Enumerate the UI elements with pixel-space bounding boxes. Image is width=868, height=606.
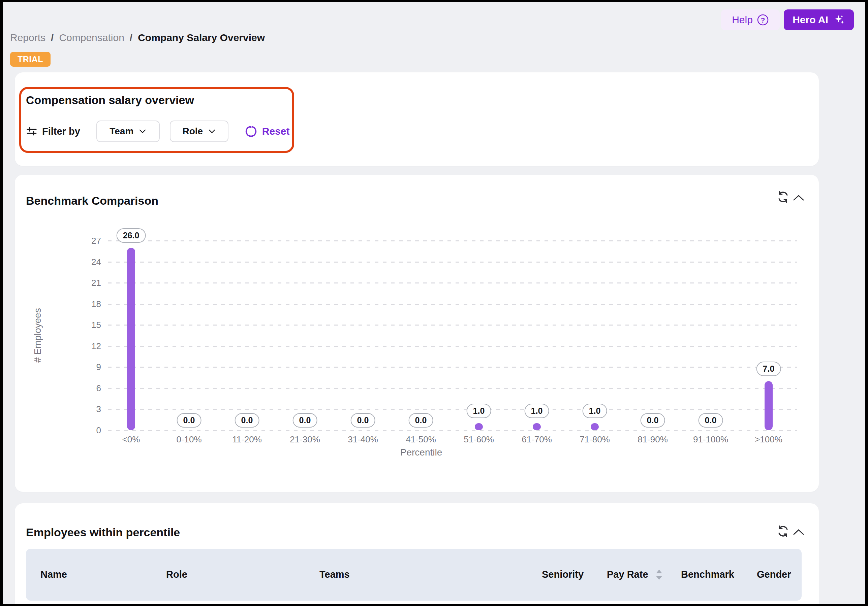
chart-gridline [108, 304, 797, 305]
hero-ai-button[interactable]: Hero AI [784, 9, 854, 30]
x-axis-tick-label: 21-30% [290, 434, 320, 445]
y-axis-tick-label: 18 [78, 298, 101, 309]
chevron-down-icon [139, 129, 146, 134]
reset-icon [245, 125, 257, 138]
y-axis-tick-label: 24 [78, 257, 101, 267]
filter-by: Filter by [26, 125, 80, 137]
hero-ai-button-label: Hero AI [792, 14, 828, 26]
x-axis-tick-label: <0% [122, 434, 140, 445]
team-filter-label: Team [110, 126, 133, 137]
employees-refresh-icon[interactable] [777, 524, 790, 538]
column-header-pay-rate[interactable]: Pay Rate [607, 568, 654, 581]
benchmark-collapse-icon[interactable] [792, 191, 805, 204]
chart-gridline [108, 388, 797, 389]
column-header-teams: Teams [319, 568, 529, 581]
svg-text:?: ? [761, 16, 765, 24]
x-axis-tick-label: 31-40% [348, 434, 378, 445]
bar-value-label: 0.0 [293, 413, 318, 428]
y-axis-tick-label: 21 [78, 278, 101, 288]
x-axis-tick-label: 0-10% [176, 434, 202, 445]
filter-row: Filter by Team Role [26, 121, 290, 142]
bar-value-label: 1.0 [583, 403, 607, 418]
bar-value-label: 0.0 [235, 413, 259, 428]
role-filter-label: Role [182, 126, 203, 137]
column-header-benchmark: Benchmark [681, 568, 752, 581]
employees-card-title: Employees within percentile [26, 526, 180, 539]
y-axis-tick-label: 15 [78, 320, 101, 330]
team-filter-dropdown[interactable]: Team [96, 121, 160, 142]
breadcrumb: Reports / Compensation / Company Salary … [10, 31, 265, 45]
filter-card-title: Compensation salary overview [26, 94, 194, 107]
chart-gridline [108, 240, 797, 241]
y-axis-tick-label: 9 [78, 362, 101, 373]
breadcrumb-separator: / [51, 32, 54, 43]
column-header-seniority: Seniority [542, 568, 599, 581]
help-button[interactable]: Help ? [721, 9, 780, 30]
bar-value-label: 0.0 [699, 413, 723, 428]
bar-value-label: 0.0 [640, 413, 665, 428]
y-axis-tick-label: 12 [78, 341, 101, 351]
column-header-role: Role [166, 568, 308, 581]
y-axis-tick-label: 6 [78, 383, 101, 393]
role-filter-dropdown[interactable]: Role [170, 121, 228, 142]
help-question-icon: ? [757, 14, 769, 26]
bar-51-60% [475, 423, 483, 430]
x-axis-tick-label: 91-100% [693, 434, 728, 445]
chart-x-axis-title: Percentile [400, 447, 442, 458]
trial-badge: TRIAL [10, 52, 51, 66]
chart-y-axis-title: # Employees [33, 308, 43, 363]
chart-gridline [108, 325, 797, 326]
column-header-name: Name [40, 568, 155, 581]
x-axis-tick-label: 51-60% [463, 434, 494, 445]
breadcrumb-compensation[interactable]: Compensation [59, 32, 124, 43]
x-axis-tick-label: 81-90% [637, 434, 668, 445]
bar-value-label: 26.0 [116, 228, 146, 243]
x-axis-tick-label: 11-20% [232, 434, 262, 445]
chart-gridline [108, 261, 797, 263]
bar-value-label: 0.0 [177, 413, 202, 428]
bar-value-label: 0.0 [409, 413, 433, 428]
x-axis-tick-label: >100% [755, 434, 783, 445]
filter-by-label: Filter by [42, 126, 80, 137]
chart-gridline [108, 409, 797, 410]
y-axis-tick-label: 27 [78, 236, 101, 246]
employees-table-header: NameRoleTeamsSeniorityPay RateBenchmarkG… [26, 549, 801, 601]
chart-gridline [108, 430, 797, 431]
x-axis-tick-label: 61-70% [522, 434, 552, 445]
chevron-down-icon [208, 129, 215, 134]
column-header-gender: Gender [757, 568, 801, 581]
x-axis-tick-label: 71-80% [580, 434, 610, 445]
y-axis-tick-label: 0 [78, 425, 101, 436]
employees-collapse-icon[interactable] [792, 525, 805, 539]
chart-gridline [108, 346, 797, 347]
breadcrumb-current-page: Company Salary Overview [138, 32, 265, 43]
chart-gridline [108, 283, 797, 283]
help-button-label: Help [732, 14, 753, 26]
bar-61-70% [533, 423, 541, 430]
sparkles-icon [833, 14, 845, 26]
bar-value-label: 1.0 [525, 403, 549, 418]
page: Help ? Hero AI Reports / Compensation / … [3, 2, 865, 604]
benchmark-refresh-icon[interactable] [777, 190, 790, 204]
breadcrumb-reports[interactable]: Reports [10, 32, 45, 43]
bar-<0% [127, 248, 135, 430]
bar->100% [764, 381, 773, 430]
bar-value-label: 1.0 [467, 403, 491, 418]
bar-value-label: 7.0 [756, 362, 781, 376]
breadcrumb-separator: / [130, 32, 132, 43]
reset-label: Reset [262, 125, 290, 137]
bar-value-label: 0.0 [351, 413, 375, 428]
reset-filters-button[interactable]: Reset [245, 125, 290, 138]
y-axis-tick-label: 3 [78, 404, 101, 414]
filter-card [15, 73, 819, 166]
filter-sliders-icon [26, 125, 37, 137]
chart-gridline [108, 366, 797, 368]
bar-71-80% [591, 423, 599, 430]
sort-icon[interactable] [655, 568, 663, 581]
x-axis-tick-label: 41-50% [406, 434, 436, 445]
benchmark-card-title: Benchmark Comparison [26, 194, 158, 207]
